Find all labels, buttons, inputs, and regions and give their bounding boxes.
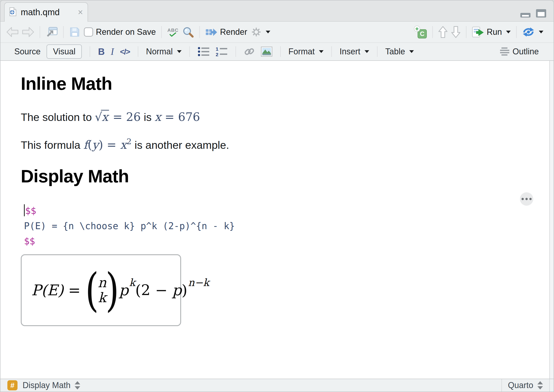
format-menu[interactable]: Format bbox=[289, 47, 324, 56]
toolbar-separator bbox=[331, 46, 332, 57]
code-button[interactable]: </> bbox=[120, 47, 130, 56]
open-in-new-window-button[interactable] bbox=[46, 27, 58, 38]
heading-display-math: Display Math bbox=[21, 167, 554, 185]
formula-exp-k: k bbox=[129, 277, 135, 288]
find-replace-button[interactable] bbox=[182, 26, 194, 38]
svg-text:2: 2 bbox=[216, 52, 219, 57]
text-cursor bbox=[24, 204, 25, 216]
toolbar-separator bbox=[199, 26, 200, 38]
math-paren: ) bbox=[99, 138, 103, 152]
heading-inline-math: Inline Math bbox=[21, 75, 554, 93]
math-latex-expression: P(E) = {n \choose k} p^k (2-p)^{n - k} bbox=[24, 221, 235, 231]
gear-icon bbox=[251, 27, 262, 37]
bullet-list-icon bbox=[198, 47, 210, 57]
insert-chunk-button[interactable]: C + bbox=[414, 26, 427, 38]
render-on-save-checkbox[interactable]: Render on Save bbox=[84, 27, 156, 37]
document-format-selector[interactable]: Quarto bbox=[508, 380, 543, 390]
formula-exp-nk: n−k bbox=[188, 277, 209, 288]
formula-equals: = bbox=[64, 282, 85, 299]
checkbox-unchecked[interactable] bbox=[84, 28, 93, 37]
document-format-label: Quarto bbox=[508, 380, 533, 390]
toolbar-separator bbox=[280, 46, 281, 57]
chevron-down-icon bbox=[409, 50, 414, 53]
block-type-selector[interactable]: Display Math bbox=[23, 380, 81, 390]
math-preview-panel: P(E) = ( n k ) p k (2 − p ) n−k bbox=[21, 254, 181, 326]
toolbar-separator bbox=[189, 46, 190, 57]
tab-visual-mode[interactable]: Visual bbox=[47, 44, 82, 59]
tab-close-icon[interactable]: × bbox=[78, 8, 83, 17]
render-icon bbox=[205, 27, 217, 37]
scrollbar-gutter[interactable] bbox=[549, 61, 554, 379]
binomial-coefficient: n k bbox=[98, 275, 107, 305]
next-chunk-button[interactable] bbox=[451, 26, 461, 38]
numbered-list-button[interactable]: 1 2 bbox=[216, 47, 228, 57]
toolbar-separator bbox=[466, 26, 466, 38]
chevron-down-icon bbox=[506, 31, 511, 33]
document-format-cell: Quarto bbox=[501, 379, 550, 392]
minimize-pane-icon[interactable] bbox=[520, 9, 531, 19]
bold-button[interactable]: B bbox=[98, 47, 105, 57]
chevron-down-icon bbox=[177, 50, 182, 53]
inline-math-fy: f(y) = x2 bbox=[83, 138, 132, 152]
visual-editor-toolbar: Source Visual B I </> Normal 1 2 bbox=[0, 43, 554, 61]
maximize-pane-icon[interactable] bbox=[536, 9, 547, 19]
render-options-button[interactable] bbox=[251, 27, 270, 37]
paragraph-text: is bbox=[141, 111, 155, 123]
math-var-x: x bbox=[155, 110, 161, 124]
render-label: Render bbox=[220, 27, 247, 37]
toolbar-separator bbox=[90, 46, 90, 57]
tab-strip: math.qmd × bbox=[0, 0, 554, 22]
save-button[interactable] bbox=[69, 27, 80, 38]
math-source-block[interactable]: $$ P(E) = {n \choose k} p^k (2-p)^{n - k… bbox=[24, 203, 554, 249]
toolbar-separator bbox=[432, 26, 433, 38]
formula-group-p: p bbox=[172, 282, 182, 299]
chevron-down-icon bbox=[266, 31, 270, 33]
block-options-button[interactable] bbox=[520, 192, 533, 206]
paragraph-inline-math-1: The solution to √x = 26 is x = 676 bbox=[21, 110, 554, 125]
tab-source-mode[interactable]: Source bbox=[14, 47, 41, 56]
toolbar-separator bbox=[138, 46, 138, 57]
insert-menu[interactable]: Insert bbox=[340, 47, 369, 56]
visual-editor-canvas[interactable]: Inline Math The solution to √x = 26 is x… bbox=[0, 61, 554, 379]
bold-icon: B bbox=[98, 47, 105, 57]
format-menu-label: Format bbox=[289, 47, 315, 56]
forward-button[interactable] bbox=[22, 27, 34, 37]
insert-link-button[interactable] bbox=[244, 46, 255, 57]
table-menu[interactable]: Table bbox=[385, 47, 414, 56]
run-button[interactable]: Run bbox=[472, 27, 511, 38]
run-label: Run bbox=[487, 27, 502, 37]
radicand: x bbox=[101, 110, 109, 123]
save-icon bbox=[69, 27, 80, 38]
insert-image-button[interactable] bbox=[261, 47, 272, 57]
insert-chunk-icon: C + bbox=[414, 26, 427, 38]
formula-group-close: ) bbox=[182, 282, 187, 299]
paragraph-style-dropdown[interactable]: Normal bbox=[146, 47, 182, 56]
render-button[interactable]: Render bbox=[205, 27, 247, 37]
source-sync-button[interactable] bbox=[522, 27, 543, 38]
math-equals: = bbox=[103, 138, 120, 152]
code-icon: </> bbox=[120, 47, 130, 56]
numbered-list-icon: 1 2 bbox=[216, 47, 228, 57]
math-var-x: x bbox=[120, 138, 127, 152]
svg-text:1: 1 bbox=[216, 47, 219, 52]
pane-window-buttons bbox=[520, 9, 547, 19]
bullet-list-button[interactable] bbox=[198, 47, 210, 57]
block-type-label: Display Math bbox=[23, 380, 71, 390]
math-func-f: f bbox=[83, 138, 88, 152]
run-icon bbox=[472, 27, 484, 38]
editor-status-bar: # Display Math Quarto bbox=[0, 379, 554, 392]
back-button[interactable] bbox=[7, 27, 18, 37]
table-menu-label: Table bbox=[385, 47, 405, 56]
quarto-document-icon bbox=[9, 7, 17, 17]
paragraph-text: This formula bbox=[21, 139, 83, 151]
formula-group-open: (2 − bbox=[135, 282, 172, 299]
spellcheck-button[interactable]: ABC bbox=[167, 28, 179, 37]
outline-toggle-button[interactable]: Outline bbox=[500, 47, 539, 56]
binomial-n: n bbox=[98, 275, 107, 290]
outline-icon bbox=[500, 47, 510, 56]
tab-math-qmd[interactable]: math.qmd × bbox=[4, 2, 88, 22]
previous-chunk-button[interactable] bbox=[438, 26, 447, 38]
insert-menu-label: Insert bbox=[340, 47, 360, 56]
stepper-icon bbox=[74, 381, 81, 390]
italic-button[interactable]: I bbox=[111, 46, 114, 57]
